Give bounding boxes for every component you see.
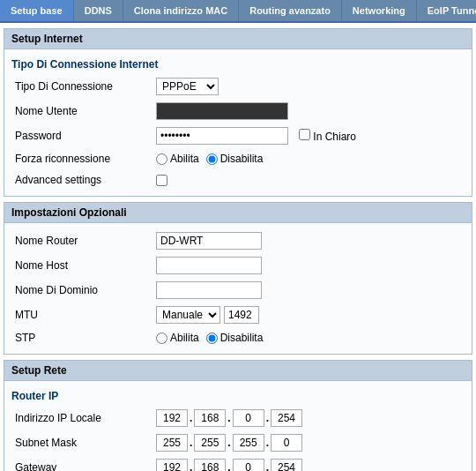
mask-group: . . .: [156, 434, 302, 452]
tab-setup-base[interactable]: Setup base: [0, 0, 74, 21]
tab-clona-mac[interactable]: Clona indirizzo MAC: [123, 0, 239, 21]
mtu-value-input[interactable]: [224, 306, 259, 324]
nav-tabs: Setup base DDNS Clona indirizzo MAC Rout…: [0, 0, 476, 23]
tipo-connessione-subtitle: Tipo Di Connessione Internet: [8, 55, 468, 74]
password-input[interactable]: [156, 127, 288, 145]
forza-riconnessione-label: Forza riconnessione: [15, 153, 156, 165]
gateway-control: . . .: [156, 459, 302, 471]
gw-octet-3[interactable]: [233, 459, 264, 471]
nome-router-label: Nome Router: [15, 235, 156, 247]
nome-router-input[interactable]: [156, 232, 262, 250]
nome-utente-label: Nome Utente: [15, 105, 156, 117]
stp-abilita-radio[interactable]: [156, 333, 167, 344]
stp-label: STP: [15, 332, 156, 344]
mask-octet-1[interactable]: [156, 434, 188, 452]
stp-control: Abilita Disabilita: [156, 332, 263, 344]
nome-di-dominio-input[interactable]: [156, 281, 262, 299]
impostazioni-opzionali-content: Nome Router Nome Host Nome Di Dominio MT…: [4, 223, 472, 354]
ip-group: . . .: [156, 409, 302, 427]
gw-octet-1[interactable]: [156, 459, 188, 471]
forza-abilita-radio[interactable]: [156, 153, 167, 165]
forza-riconnessione-radio-group: Abilita Disabilita: [156, 153, 263, 165]
gw-octet-2[interactable]: [194, 459, 226, 471]
indirizzo-ip-control: . . .: [156, 409, 302, 427]
nome-di-dominio-control: [156, 281, 262, 299]
password-row: Password In Chiaro: [8, 123, 468, 148]
setup-internet-header: Setup Internet: [4, 29, 472, 49]
impostazioni-opzionali-header: Impostazioni Opzionali: [4, 203, 472, 223]
forza-riconnessione-row: Forza riconnessione Abilita Disabilita: [8, 148, 468, 169]
nome-utente-control: [156, 102, 288, 120]
gateway-row: Gateway . . .: [8, 455, 468, 471]
advanced-settings-row: Advanced settings: [8, 169, 468, 191]
tipo-connessione-control: PPPoE DHCP Static IP PPTP L2TP: [156, 78, 219, 95]
indirizzo-ip-label: Indirizzo IP Locale: [15, 412, 156, 424]
tab-routing-avanzato[interactable]: Routing avanzato: [239, 0, 342, 21]
in-chiaro-checkbox[interactable]: [299, 129, 310, 140]
forza-abilita-option[interactable]: Abilita: [156, 153, 199, 165]
stp-disabilita-radio[interactable]: [206, 333, 218, 344]
nome-router-row: Nome Router: [8, 228, 468, 253]
password-label: Password: [15, 130, 156, 142]
forza-disabilita-radio[interactable]: [206, 153, 218, 165]
advanced-settings-checkbox[interactable]: [156, 175, 167, 186]
tab-networking[interactable]: Networking: [342, 0, 417, 21]
nome-host-control: [156, 257, 262, 274]
mask-octet-4[interactable]: [271, 434, 302, 452]
gw-octet-4[interactable]: [271, 459, 302, 471]
tab-ddns[interactable]: DDNS: [74, 0, 123, 21]
nome-host-label: Nome Host: [15, 259, 156, 272]
mtu-row: MTU Manuale Auto: [8, 303, 468, 327]
setup-internet-content: Tipo Di Connessione Internet Tipo Di Con…: [4, 49, 472, 196]
indirizzo-ip-row: Indirizzo IP Locale . . .: [8, 406, 468, 430]
setup-rete-section: Setup Rete Router IP Indirizzo IP Locale…: [4, 360, 472, 471]
advanced-settings-label: Advanced settings: [15, 174, 156, 186]
impostazioni-opzionali-section: Impostazioni Opzionali Nome Router Nome …: [4, 202, 472, 355]
tipo-connessione-row: Tipo Di Connessione PPPoE DHCP Static IP…: [8, 74, 468, 99]
setup-rete-header: Setup Rete: [4, 361, 472, 381]
ip-octet-2[interactable]: [194, 409, 226, 427]
ip-octet-1[interactable]: [156, 409, 188, 427]
gw-group: . . .: [156, 459, 302, 471]
subnet-mask-row: Subnet Mask . . .: [8, 430, 468, 455]
nome-di-dominio-label: Nome Di Dominio: [15, 284, 156, 296]
gateway-label: Gateway: [15, 461, 156, 471]
mtu-select[interactable]: Manuale Auto: [156, 306, 220, 324]
nome-host-input[interactable]: [156, 257, 262, 274]
mtu-control: Manuale Auto: [156, 306, 259, 324]
setup-rete-content: Router IP Indirizzo IP Locale . . . Subn…: [4, 381, 472, 471]
tipo-connessione-label: Tipo Di Connessione: [15, 80, 156, 93]
nome-router-control: [156, 232, 262, 250]
advanced-settings-control: [156, 175, 167, 186]
tab-eoip-tunnel[interactable]: EoIP Tunnel: [417, 0, 476, 21]
router-ip-subtitle: Router IP: [8, 386, 468, 406]
forza-disabilita-option[interactable]: Disabilita: [206, 153, 264, 165]
setup-internet-section: Setup Internet Tipo Di Connessione Inter…: [4, 28, 472, 197]
nome-utente-input[interactable]: [156, 102, 288, 120]
mask-octet-2[interactable]: [194, 434, 226, 452]
stp-abilita-option[interactable]: Abilita: [156, 332, 199, 344]
ip-octet-3[interactable]: [233, 409, 264, 427]
stp-disabilita-option[interactable]: Disabilita: [206, 332, 264, 344]
mtu-label: MTU: [15, 309, 156, 321]
nome-di-dominio-row: Nome Di Dominio: [8, 278, 468, 303]
subnet-mask-label: Subnet Mask: [15, 437, 156, 449]
stp-radio-group: Abilita Disabilita: [156, 332, 263, 344]
tipo-connessione-select[interactable]: PPPoE DHCP Static IP PPTP L2TP: [156, 78, 219, 95]
in-chiaro-label: In Chiaro: [313, 131, 356, 143]
forza-riconnessione-control: Abilita Disabilita: [156, 153, 263, 165]
stp-row: STP Abilita Disabilita: [8, 327, 468, 348]
ip-octet-4[interactable]: [271, 409, 302, 427]
subnet-mask-control: . . .: [156, 434, 302, 452]
password-control: In Chiaro: [156, 127, 356, 145]
nome-utente-row: Nome Utente: [8, 99, 468, 123]
mask-octet-3[interactable]: [233, 434, 264, 452]
nome-host-row: Nome Host: [8, 253, 468, 278]
mtu-inputs: Manuale Auto: [156, 306, 259, 324]
